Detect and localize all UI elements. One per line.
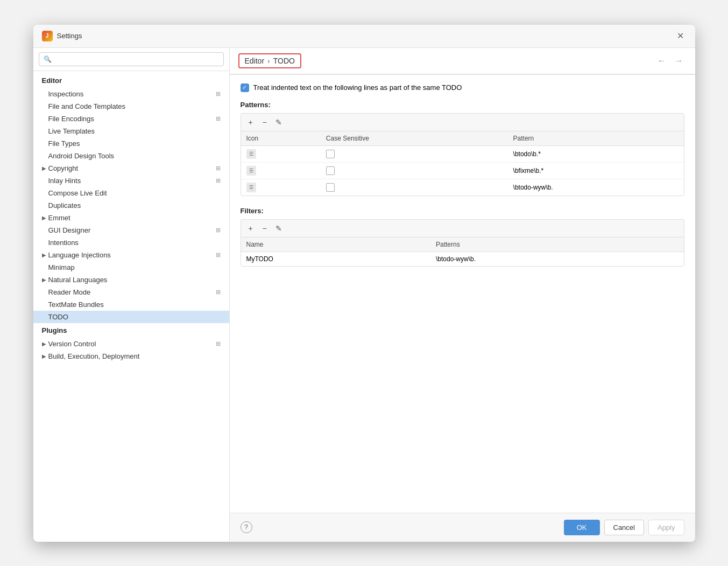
settings-icon-gui-designer: ⊞: [216, 227, 221, 234]
patterns-remove-button[interactable]: −: [258, 116, 271, 129]
sidebar-item-inspections[interactable]: Inspections ⊞: [33, 88, 229, 100]
checkbox-label: Treat indented text on the following lin…: [253, 83, 462, 92]
duplicates-label: Duplicates: [48, 201, 81, 209]
natural-languages-expand-arrow: ▶: [42, 277, 46, 283]
main-content: ✓ Treat indented text on the following l…: [230, 75, 695, 513]
emmet-expand-arrow: ▶: [42, 215, 46, 221]
filter-name-cell: MyTODO: [241, 251, 430, 266]
footer-bar: ? OK Cancel Apply: [230, 513, 695, 542]
settings-icon-file-encodings: ⊞: [216, 115, 221, 122]
sidebar-item-duplicates[interactable]: Duplicates: [33, 199, 229, 212]
todo-label: TODO: [48, 313, 68, 321]
sidebar-item-reader-mode[interactable]: Reader Mode ⊞: [33, 286, 229, 298]
sidebar: Editor Inspections ⊞ File and Code Templ…: [33, 48, 230, 542]
title-bar: J Settings ✕: [33, 25, 695, 48]
sidebar-item-file-code-templates[interactable]: File and Code Templates: [33, 100, 229, 113]
gui-designer-label: GUI Designer: [48, 226, 91, 234]
treat-indented-checkbox[interactable]: ✓: [241, 83, 249, 92]
patterns-table: Icon Case Sensitive Pattern ☰: [241, 131, 684, 195]
copyright-label: Copyright: [48, 164, 79, 172]
sidebar-item-file-encodings[interactable]: File Encodings ⊞: [33, 113, 229, 125]
breadcrumb: Editor › TODO: [238, 53, 301, 68]
filters-add-button[interactable]: +: [244, 222, 257, 235]
sidebar-item-textmate-bundles[interactable]: TextMate Bundles: [33, 298, 229, 311]
col-icon: Icon: [241, 131, 321, 146]
content-area: Editor Inspections ⊞ File and Code Templ…: [33, 48, 695, 542]
help-button[interactable]: ?: [241, 521, 252, 533]
build-execution-expand-arrow: ▶: [42, 353, 46, 359]
sidebar-item-build-execution[interactable]: ▶ Build, Execution, Deployment: [33, 350, 229, 362]
sidebar-item-gui-designer[interactable]: GUI Designer ⊞: [33, 224, 229, 236]
sidebar-item-compose-live-edit[interactable]: Compose Live Edit: [33, 187, 229, 199]
apply-button[interactable]: Apply: [648, 520, 684, 535]
row-icon: ☰: [246, 149, 256, 159]
table-row[interactable]: ☰ \btodo\b.*: [241, 145, 684, 162]
filters-table-container: Name Patterns MyTODO \btodo-wyw\b.: [241, 237, 684, 267]
live-templates-label: Live Templates: [48, 127, 95, 135]
intentions-label: Intentions: [48, 239, 79, 247]
settings-icon-reader-mode: ⊞: [216, 289, 221, 296]
sidebar-item-copyright[interactable]: ▶ Copyright ⊞: [33, 162, 229, 174]
row-icon-cell: ☰: [241, 162, 321, 179]
case-sensitive-checkbox-1[interactable]: [326, 150, 335, 158]
sidebar-item-version-control[interactable]: ▶ Version Control ⊞: [33, 338, 229, 350]
inlay-hints-label: Inlay Hints: [48, 177, 81, 185]
sidebar-item-minimap[interactable]: Minimap: [33, 261, 229, 274]
search-input[interactable]: [39, 52, 224, 66]
sidebar-item-android-design-tools[interactable]: Android Design Tools: [33, 150, 229, 162]
nav-back-button[interactable]: ←: [654, 55, 669, 67]
case-sensitive-checkbox-3[interactable]: [326, 183, 335, 192]
patterns-section-label: Patterns:: [241, 101, 684, 109]
row-icon-cell: ☰: [241, 145, 321, 162]
filters-remove-button[interactable]: −: [258, 222, 271, 235]
row-icon: ☰: [246, 166, 256, 176]
settings-icon-inlay-hints: ⊞: [216, 177, 221, 184]
col-case-sensitive: Case Sensitive: [321, 131, 508, 146]
patterns-edit-button[interactable]: ✎: [272, 116, 285, 129]
filters-edit-button[interactable]: ✎: [272, 222, 285, 235]
copyright-expand-arrow: ▶: [42, 165, 46, 171]
sidebar-section-editor[interactable]: Editor: [33, 73, 229, 88]
settings-dialog: J Settings ✕ Editor Inspections ⊞ Fil: [33, 25, 695, 542]
sidebar-item-file-types[interactable]: File Types: [33, 137, 229, 150]
nav-buttons: ← →: [654, 55, 687, 67]
sidebar-item-inlay-hints[interactable]: Inlay Hints ⊞: [33, 174, 229, 187]
language-injections-expand-arrow: ▶: [42, 252, 46, 258]
table-row[interactable]: MyTODO \btodo-wyw\b.: [241, 251, 684, 266]
app-icon: J: [42, 31, 53, 41]
action-buttons: OK Cancel Apply: [564, 520, 684, 535]
row-icon-cell: ☰: [241, 179, 321, 195]
sidebar-item-natural-languages[interactable]: ▶ Natural Languages: [33, 274, 229, 286]
sidebar-section-plugins[interactable]: Plugins: [33, 323, 229, 338]
sidebar-item-live-templates[interactable]: Live Templates: [33, 125, 229, 137]
sidebar-item-todo[interactable]: TODO: [33, 311, 229, 323]
table-row[interactable]: ☰ \bfixme\b.*: [241, 162, 684, 179]
patterns-add-button[interactable]: +: [244, 116, 257, 129]
table-row[interactable]: ☰ \btodo-wyw\b.: [241, 179, 684, 195]
close-button[interactable]: ✕: [675, 30, 687, 42]
settings-icon-version-control: ⊞: [216, 340, 221, 347]
breadcrumb-todo: TODO: [273, 57, 295, 65]
minimap-label: Minimap: [48, 263, 75, 271]
case-sensitive-checkbox-2[interactable]: [326, 166, 335, 175]
ok-button[interactable]: OK: [564, 520, 600, 535]
breadcrumb-editor: Editor: [245, 57, 265, 65]
sidebar-item-language-injections[interactable]: ▶ Language Injections ⊞: [33, 249, 229, 261]
file-code-templates-label: File and Code Templates: [48, 102, 126, 110]
version-control-label: Version Control: [48, 340, 96, 348]
reader-mode-label: Reader Mode: [48, 288, 91, 296]
patterns-toolbar: + − ✎: [241, 113, 684, 131]
sidebar-item-intentions[interactable]: Intentions: [33, 236, 229, 249]
row-pattern-cell: \btodo-wyw\b.: [508, 179, 684, 195]
natural-languages-label: Natural Languages: [48, 276, 108, 284]
cancel-button[interactable]: Cancel: [604, 520, 644, 535]
title-bar-left: J Settings: [42, 31, 82, 41]
textmate-bundles-label: TextMate Bundles: [48, 301, 104, 309]
nav-forward-button[interactable]: →: [672, 55, 687, 67]
filters-table: Name Patterns MyTODO \btodo-wyw\b.: [241, 237, 684, 266]
inspections-label: Inspections: [48, 90, 84, 98]
file-encodings-label: File Encodings: [48, 115, 94, 123]
sidebar-item-emmet[interactable]: ▶ Emmet: [33, 212, 229, 224]
checkbox-row: ✓ Treat indented text on the following l…: [241, 83, 684, 92]
row-case-cell: [321, 162, 508, 179]
